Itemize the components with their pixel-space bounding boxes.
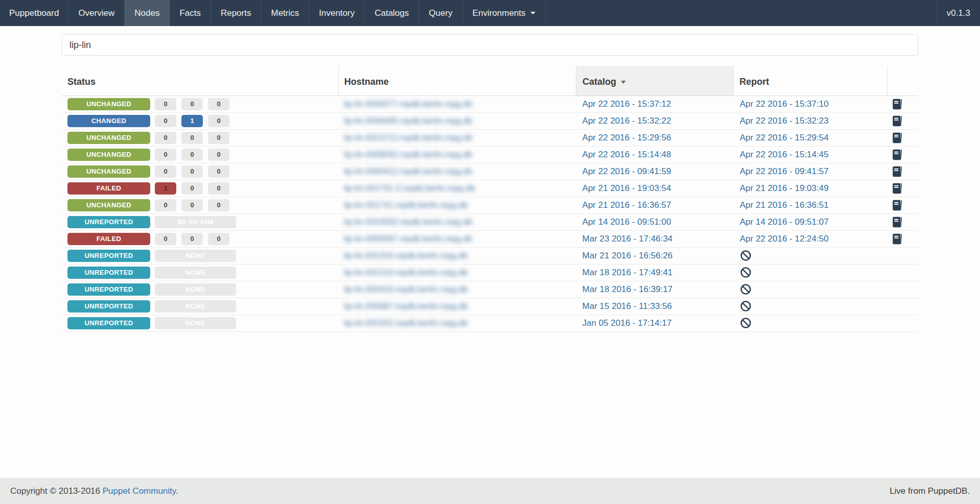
hostname-link[interactable]: lip-lin-000416.mpdb.berlin.mpg.db xyxy=(344,285,468,294)
report-book-icon[interactable] xyxy=(891,216,903,228)
report-icon-cell xyxy=(888,230,918,247)
catalog-link[interactable]: Mar 23 2016 - 17:46:34 xyxy=(582,234,673,244)
event-counts: 8D 5H 49M xyxy=(155,216,236,228)
report-icon-cell xyxy=(888,129,918,146)
hostname-link[interactable]: lip-lin-0000412.mpdb.berlin.mpg.db xyxy=(344,167,472,176)
report-book-icon[interactable] xyxy=(891,199,903,211)
puppet-community-link[interactable]: Puppet Community xyxy=(103,486,176,496)
catalog-link[interactable]: Mar 21 2016 - 16:56:26 xyxy=(582,251,673,260)
nav-item-facts[interactable]: Facts xyxy=(170,0,211,26)
count-pill-wide: NONE xyxy=(155,283,236,296)
status-cell: CHANGED 010 xyxy=(62,115,338,127)
column-header-hostname[interactable]: Hostname xyxy=(338,66,576,95)
report-icon-cell xyxy=(888,264,918,281)
report-cell xyxy=(734,315,888,331)
table-row: UNCHANGED 000 lip-lin-0000077.mpdb.berli… xyxy=(62,95,918,112)
status-badge: UNREPORTED xyxy=(67,283,150,296)
report-book-icon[interactable] xyxy=(891,149,903,161)
column-header-report[interactable]: Report xyxy=(734,66,888,95)
table-header-row: Status Hostname Catalog Report xyxy=(62,66,918,95)
hostname-link[interactable]: lip-lin-0006495.mpdb.berlin.mpg.db xyxy=(344,116,472,125)
count-pill-wide: NONE xyxy=(155,267,236,279)
event-counts: 010 xyxy=(155,115,229,127)
count-pill: 0 xyxy=(208,199,229,211)
column-header-status[interactable]: Status xyxy=(62,66,338,95)
report-link[interactable]: Apr 22 2016 - 15:29:54 xyxy=(740,133,829,142)
report-link[interactable]: Apr 22 2016 - 09:41:57 xyxy=(740,166,829,176)
catalog-link[interactable]: Mar 18 2016 - 17:49:41 xyxy=(582,268,673,277)
nav-item-query[interactable]: Query xyxy=(419,0,462,26)
report-link[interactable]: Apr 21 2016 - 16:36:51 xyxy=(740,200,829,210)
status-badge: UNREPORTED xyxy=(67,267,150,279)
report-book-icon[interactable] xyxy=(891,165,903,178)
hostname-link[interactable]: lip-lin-0024592.mpdb.berlin.mpg.db xyxy=(344,218,472,226)
status-badge: UNREPORTED xyxy=(67,216,150,228)
catalog-link[interactable]: Jan 05 2016 - 17:14:17 xyxy=(582,318,672,328)
catalog-link[interactable]: Apr 21 2016 - 19:03:54 xyxy=(582,183,671,193)
no-report-ban-icon xyxy=(740,317,752,329)
column-header-catalog[interactable]: Catalog xyxy=(576,66,734,95)
nav-item-nodes[interactable]: Nodes xyxy=(125,0,170,26)
report-cell: Apr 22 2016 - 15:29:54 xyxy=(734,129,888,146)
report-icon-cell xyxy=(888,112,918,129)
nav-item-inventory[interactable]: Inventory xyxy=(309,0,365,26)
catalog-link[interactable]: Apr 22 2016 - 15:32:22 xyxy=(582,116,671,126)
report-book-icon[interactable] xyxy=(891,233,903,245)
hostname-link[interactable]: lip-lin-0009592.mpdb.berlin.mpg.db xyxy=(344,150,472,159)
copyright-text: Copyright © 2013-2016 Puppet Community. xyxy=(10,486,178,496)
event-counts: 100 xyxy=(155,182,229,195)
report-book-icon[interactable] xyxy=(891,115,903,127)
report-book-icon[interactable] xyxy=(891,182,903,195)
hostname-link[interactable]: lip-lin-001552.mpdb.berlin.mpg.db xyxy=(344,319,468,327)
hostname-link[interactable]: lip-lin-0000077.mpdb.berlin.mpg.db xyxy=(344,100,472,108)
catalog-link[interactable]: Apr 22 2016 - 09:41:59 xyxy=(582,166,671,176)
status-cell: UNREPORTED NONE xyxy=(62,317,338,329)
report-link[interactable]: Apr 21 2016 - 19:03:49 xyxy=(740,183,829,193)
catalog-link[interactable]: Apr 22 2016 - 15:37:12 xyxy=(582,99,671,109)
report-cell: Apr 22 2016 - 15:14:45 xyxy=(734,146,888,163)
hostname-link[interactable]: lip-lin-001741.mpdb.berlin.mpg.db xyxy=(344,201,468,209)
event-counts: 000 xyxy=(155,165,229,178)
count-pill: 0 xyxy=(155,165,176,178)
main-content: Status Hostname Catalog Report UNCHANGED… xyxy=(0,26,980,478)
hostname-link[interactable]: lip-lin-0000097.mpdb.berlin.mpg.db xyxy=(344,234,472,243)
report-link[interactable]: Apr 22 2016 - 15:37:10 xyxy=(740,99,829,109)
sort-desc-icon xyxy=(621,81,626,84)
catalog-header-label: Catalog xyxy=(582,77,616,87)
hostname-link[interactable]: lip-lin-001216.mpdb.berlin.mpg.db xyxy=(344,268,468,277)
status-cell: UNCHANGED 000 xyxy=(62,149,338,161)
catalog-link[interactable]: Apr 22 2016 - 15:29:56 xyxy=(582,133,671,142)
nav-item-reports[interactable]: Reports xyxy=(211,0,262,26)
catalog-link[interactable]: Apr 14 2016 - 09:51:00 xyxy=(582,217,671,227)
hostname-link[interactable]: lip-lin-000687.mpdb.berlin.mpg.db xyxy=(344,302,468,310)
hostname-link[interactable]: lip-lin-001741-2.mpdb.berlin.mpg.db xyxy=(344,184,475,193)
catalog-link[interactable]: Apr 21 2016 - 16:36:57 xyxy=(582,200,671,210)
report-cell: Apr 22 2016 - 15:37:10 xyxy=(734,95,888,112)
report-book-icon[interactable] xyxy=(891,132,903,144)
report-book-icon[interactable] xyxy=(891,98,903,110)
catalog-link[interactable]: Mar 18 2016 - 16:39:17 xyxy=(582,284,673,294)
hostname-link[interactable]: lip-lin-001316.mpdb.berlin.mpg.db xyxy=(344,251,468,260)
catalog-link[interactable]: Apr 22 2016 - 15:14:48 xyxy=(582,150,671,159)
report-cell: Apr 21 2016 - 19:03:49 xyxy=(734,180,888,197)
nav-item-metrics[interactable]: Metrics xyxy=(261,0,309,26)
nav-item-environments[interactable]: Environments xyxy=(463,0,546,26)
status-cell: UNCHANGED 000 xyxy=(62,165,338,178)
hostname-link[interactable]: lip-lin-0013712.mpdb.berlin.mpg.db xyxy=(344,133,472,142)
report-icon-cell xyxy=(888,146,918,163)
nav-item-overview[interactable]: Overview xyxy=(68,0,125,26)
report-link[interactable]: Apr 14 2016 - 09:51:07 xyxy=(740,217,829,227)
brand-link[interactable]: Puppetboard xyxy=(0,0,68,26)
node-search-input[interactable] xyxy=(62,34,918,56)
count-pill: 0 xyxy=(208,149,229,161)
status-badge: UNREPORTED xyxy=(67,317,150,329)
no-report-ban-icon xyxy=(740,267,752,278)
nav-item-catalogs[interactable]: Catalogs xyxy=(365,0,419,26)
count-pill: 0 xyxy=(181,182,203,195)
table-row: UNCHANGED 000 lip-lin-001741.mpdb.berlin… xyxy=(62,197,918,213)
report-link[interactable]: Apr 22 2016 - 15:14:45 xyxy=(740,150,829,159)
catalog-link[interactable]: Mar 15 2016 - 11:33:56 xyxy=(582,301,672,311)
column-header-actions xyxy=(888,66,918,95)
report-link[interactable]: Apr 22 2016 - 15:32:23 xyxy=(740,116,829,126)
report-link[interactable]: Apr 22 2016 - 12:24:50 xyxy=(740,234,829,244)
